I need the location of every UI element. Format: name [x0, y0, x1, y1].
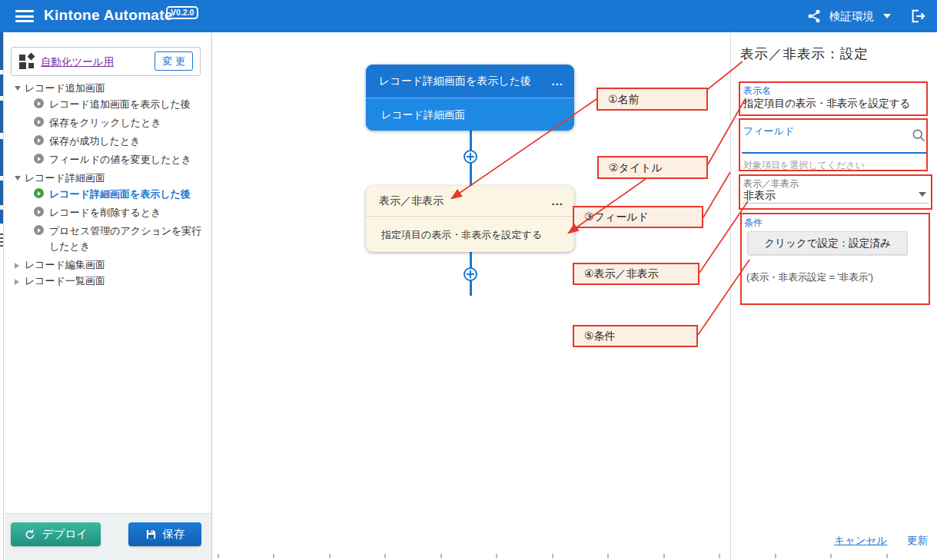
flow-canvas: レコード詳細画面を表示した後 ... レコード詳細画面 表示／非表示 ... 指…: [213, 32, 730, 560]
action-node[interactable]: 表示／非表示 ... 指定項目の表示・非表示を設定する: [366, 186, 574, 252]
environment-caret-icon[interactable]: [883, 14, 891, 18]
tree-group-record-detail[interactable]: レコード詳細画面: [5, 170, 211, 186]
ruler-tick: [552, 554, 553, 558]
annotation-name: ①名前: [596, 88, 708, 111]
event-play-icon: [34, 135, 44, 145]
ruler-tick: [607, 554, 609, 558]
field-input[interactable]: [742, 152, 926, 154]
event-play-icon: [34, 98, 44, 108]
event-play-icon-active: [34, 188, 44, 198]
environment-selector[interactable]: 検証環境: [829, 9, 874, 24]
update-link[interactable]: 更新: [907, 535, 928, 546]
ruler-tick: [663, 554, 665, 558]
ruler-tick: [830, 554, 832, 558]
annotation-condition: ⑤条件: [573, 325, 698, 347]
action-node-header: 表示／非表示 ...: [366, 186, 574, 216]
trigger-node-subtitle: レコード詳細画面: [366, 98, 574, 131]
sidebar-footer: デプロイ 保存: [5, 513, 211, 560]
settings-panel: 表示／非表示：設定 表示名 指定項目の表示・非表示を設定する フィールド 対象項…: [730, 32, 937, 560]
ruler-tick: [384, 554, 386, 558]
add-step-button[interactable]: [464, 267, 477, 281]
visibility-select-value[interactable]: 非表示: [743, 189, 776, 203]
sidebar: 自動化ツール用 変 更 レコード追加画面 レコード追加画面を表示した後 保存をク…: [5, 32, 212, 560]
app-header: Kintone Automate V0.2.0 検証環境: [0, 0, 937, 32]
node-menu-dots-icon[interactable]: ...: [551, 65, 563, 98]
display-name-value[interactable]: 指定項目の表示・非表示を設定する: [743, 97, 910, 111]
annotation-field: ③フィールド: [573, 206, 703, 228]
node-menu-dots-icon[interactable]: ...: [551, 186, 563, 216]
tree-item[interactable]: レコードを削除するとき: [5, 204, 206, 223]
deploy-button[interactable]: デプロイ: [11, 522, 101, 546]
tree-item-active[interactable]: レコード詳細画面を表示した後: [5, 186, 206, 204]
field-helper-text: 対象項目を選択してください: [743, 159, 865, 172]
add-step-button[interactable]: [464, 150, 477, 164]
sync-icon: [24, 529, 36, 541]
app-selector-box: 自動化ツール用 変 更: [11, 47, 201, 76]
collapse-triangle-icon[interactable]: [15, 86, 21, 91]
trigger-node-header: レコード詳細画面を表示した後 ...: [366, 65, 574, 98]
panel-title: 表示／非表示：設定: [740, 45, 869, 63]
event-play-icon: [34, 117, 44, 127]
field-label: フィールド: [743, 124, 794, 138]
select-caret-icon[interactable]: [919, 192, 926, 197]
expand-triangle-icon[interactable]: [15, 263, 19, 269]
search-icon[interactable]: [911, 128, 926, 146]
cancel-link[interactable]: キャンセル: [834, 535, 887, 546]
ruler-tick: [329, 554, 331, 558]
event-play-icon: [34, 225, 44, 235]
ruler-tick: [440, 554, 442, 558]
tree-group-record-edit[interactable]: レコード編集画面: [5, 257, 211, 273]
condition-expression: (表示・非表示設定 = '非表示'): [746, 271, 873, 284]
event-play-icon: [34, 207, 44, 217]
tree-group-record-add[interactable]: レコード追加画面: [5, 80, 211, 96]
expand-triangle-icon[interactable]: [15, 279, 19, 285]
annotation-title: ②タイトル: [597, 156, 708, 179]
share-icon[interactable]: [806, 8, 822, 24]
display-name-label: 表示名: [743, 84, 771, 98]
ruler-tick: [273, 554, 274, 558]
app-icon: [19, 54, 35, 70]
tree-item[interactable]: 保存をクリックしたとき: [5, 114, 206, 133]
ruler-tick: [775, 554, 776, 558]
ruler-tick: [496, 554, 497, 558]
save-button[interactable]: 保存: [128, 522, 201, 546]
collapse-triangle-icon[interactable]: [15, 176, 21, 181]
trigger-node[interactable]: レコード詳細画面を表示した後 ... レコード詳細画面: [366, 65, 574, 131]
tree-item[interactable]: 保存が成功したとき: [5, 133, 206, 151]
logout-icon[interactable]: [909, 8, 926, 25]
window-edge-strip: [0, 32, 4, 560]
condition-set-button[interactable]: クリックで設定：設定済み: [747, 231, 908, 255]
action-node-subtitle: 指定項目の表示・非表示を設定する: [366, 216, 574, 252]
annotation-visibility: ④表示／非表示: [573, 263, 699, 285]
ruler-tick: [218, 554, 219, 558]
tree-group-record-list[interactable]: レコード一覧画面: [5, 273, 211, 289]
visibility-select-underline: [742, 203, 929, 204]
app-name-link[interactable]: 自動化ツール用: [41, 55, 114, 69]
kintone-automate-app: Kintone Automate V0.2.0 検証環境 自動化ツール用: [0, 0, 937, 560]
tree-item[interactable]: プロセス管理のアクションを実行したとき: [5, 223, 206, 257]
event-play-icon: [34, 154, 44, 164]
condition-label: 条件: [744, 217, 763, 230]
ruler-tick: [886, 554, 888, 558]
change-app-button[interactable]: 変 更: [155, 51, 193, 71]
event-tree: レコード追加画面 レコード追加画面を表示した後 保存をクリックしたとき 保存が成…: [5, 80, 211, 289]
version-badge: V0.2.0: [166, 6, 198, 19]
tree-item[interactable]: レコード追加画面を表示した後: [5, 96, 206, 114]
app-title: Kintone Automate: [44, 7, 173, 24]
floppy-disk-icon: [145, 529, 157, 540]
ruler-tick: [719, 554, 720, 558]
tree-item[interactable]: フィールドの値を変更したとき: [5, 151, 206, 170]
hamburger-menu-icon[interactable]: [15, 10, 34, 22]
